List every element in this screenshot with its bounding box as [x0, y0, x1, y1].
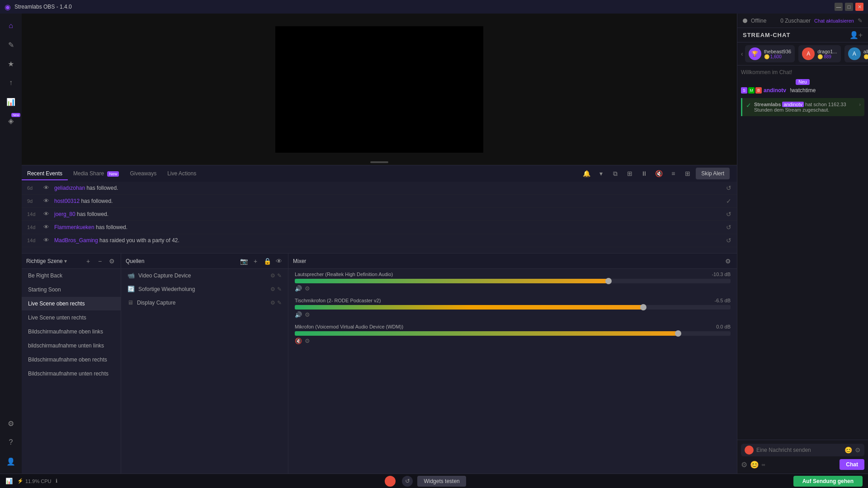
streamlabs-notification: ✓ Streamlabs andinotv hat schon 1162.33 …: [741, 98, 864, 116]
source-settings-btn[interactable]: ⚙: [270, 286, 275, 292]
top-user-info: thebeast936 🪙 1,600: [764, 49, 792, 59]
events-pause[interactable]: ⏸: [638, 167, 651, 180]
mixer-handle[interactable]: [640, 304, 646, 310]
event-username[interactable]: geliadızohan: [54, 185, 85, 191]
event-username[interactable]: Flammenkueken: [54, 224, 94, 230]
scene-item[interactable]: Bildschirmaufnahme oben rechts: [22, 353, 121, 367]
source-edit-btn[interactable]: ✎: [277, 300, 282, 306]
source-item[interactable]: 🔄 Sofortige Wiederholung ⚙ ✎: [121, 282, 288, 296]
sidebar-item-stats[interactable]: 📊: [2, 93, 19, 110]
tab-giveaways[interactable]: Giveaways: [124, 168, 162, 180]
mixer-settings-btn[interactable]: ⚙: [723, 257, 732, 266]
tab-media-share[interactable]: Media Share New: [68, 168, 124, 180]
events-filter-bell[interactable]: 🔔: [580, 167, 593, 180]
chat-badges: S M B: [741, 87, 762, 94]
sidebar-item-settings[interactable]: ⚙: [2, 415, 19, 432]
mixer-settings-icon[interactable]: ⚙: [305, 311, 310, 318]
scene-item[interactable]: Bildschirmaufnahme unten rechts: [22, 367, 121, 381]
events-chevron[interactable]: ▾: [594, 167, 607, 180]
scene-item[interactable]: Live Scene unten rechts: [22, 311, 121, 325]
scene-item[interactable]: Live Scene oben rechts: [22, 297, 121, 311]
event-time: 14d: [27, 211, 40, 217]
sidebar-item-overlays[interactable]: ↑: [2, 74, 19, 91]
info-btn[interactable]: ℹ: [56, 478, 57, 484]
event-time: 9d: [27, 198, 40, 204]
events-grid-view[interactable]: ⊞: [681, 167, 694, 180]
skip-alert-button[interactable]: Skip Alert: [696, 168, 730, 179]
settings-icon[interactable]: ⚙: [855, 446, 861, 454]
main-layout: ⌂ ✎ ★ ↑ 📊 ◈ ⚙ ? 👤 Recent Events Media Sh…: [0, 14, 868, 474]
event-row: 14d 👁 joerg_80 has followed. ↺: [22, 208, 737, 221]
source-item[interactable]: 📹 Video Capture Device ⚙ ✎: [121, 269, 288, 282]
tab-recent-events[interactable]: Recent Events: [22, 168, 68, 180]
scene-item[interactable]: Be Right Back: [22, 269, 121, 283]
scene-item[interactable]: Bildschirmaufnahme oben links: [22, 325, 121, 339]
add-user-button[interactable]: 👤+: [849, 31, 863, 39]
emoji-icon[interactable]: 😊: [844, 446, 852, 454]
chat-title: STREAM-CHAT: [743, 32, 849, 38]
scene-item[interactable]: bildschirmaufnahme unten links: [22, 339, 121, 353]
sidebar-item-user[interactable]: 👤: [2, 453, 19, 470]
mixer-mute-icon[interactable]: 🔇: [295, 338, 302, 344]
chat-send-button[interactable]: Chat: [840, 459, 864, 470]
events-filter[interactable]: ⊞: [623, 167, 636, 180]
sidebar-item-new[interactable]: ◈: [2, 112, 19, 129]
scene-remove-btn[interactable]: −: [95, 257, 104, 266]
source-lock-btn[interactable]: 🔒: [263, 257, 272, 266]
event-username[interactable]: joerg_80: [54, 211, 75, 217]
event-retry[interactable]: ↺: [726, 211, 731, 218]
source-settings-btn[interactable]: ⚙: [270, 300, 275, 306]
event-retry[interactable]: ↺: [726, 224, 731, 231]
chat-update-button[interactable]: Chat aktualisieren: [814, 18, 854, 23]
source-edit-btn[interactable]: ✎: [277, 272, 282, 279]
top-users-prev[interactable]: ‹: [741, 50, 743, 57]
close-button[interactable]: ✕: [855, 3, 863, 11]
source-add-btn[interactable]: +: [251, 257, 260, 266]
source-edit-btn[interactable]: ✎: [277, 286, 282, 292]
scene-item[interactable]: Starting Soon: [22, 283, 121, 297]
mixer-bar-container[interactable]: [295, 305, 731, 310]
sidebar-item-help[interactable]: ?: [2, 434, 19, 451]
chat-message-input[interactable]: [756, 447, 842, 453]
source-webcam-btn[interactable]: 📷: [239, 257, 248, 266]
mixer-settings-icon[interactable]: ⚙: [305, 285, 310, 292]
mixer-bar-container[interactable]: [295, 279, 731, 283]
event-username[interactable]: host00312: [54, 198, 80, 204]
tab-live-actions[interactable]: Live Actions: [162, 168, 202, 180]
chat-emotes-icon[interactable]: 😊: [750, 460, 759, 469]
mixer-handle[interactable]: [675, 330, 681, 337]
sidebar-item-home[interactable]: ⌂: [2, 17, 19, 34]
go-live-button[interactable]: Auf Sendung gehen: [793, 476, 863, 487]
mixer-bar-container[interactable]: [295, 331, 731, 336]
event-check[interactable]: ✓: [726, 197, 731, 205]
scene-add-btn[interactable]: +: [84, 257, 93, 266]
events-mute[interactable]: 🔇: [652, 167, 665, 180]
mixer-volume-icon[interactable]: 🔊: [295, 311, 302, 318]
event-username[interactable]: MadBros_Gaming: [54, 237, 98, 244]
source-settings-btn[interactable]: ⚙: [270, 272, 275, 279]
reset-button[interactable]: ↺: [402, 476, 413, 487]
events-copy[interactable]: ⧉: [609, 167, 622, 180]
event-retry[interactable]: ↺: [726, 237, 731, 244]
dismiss-notification-button[interactable]: ›: [859, 102, 861, 107]
chat-settings-icon[interactable]: ⚙: [741, 460, 747, 469]
mixer-volume-icon[interactable]: 🔊: [295, 285, 302, 292]
chat-username[interactable]: andinotv: [764, 87, 786, 94]
sidebar-item-edit[interactable]: ✎: [2, 36, 19, 53]
events-list-view[interactable]: ≡: [667, 167, 679, 180]
mixer-handle[interactable]: [605, 278, 612, 284]
sidebar-item-themes[interactable]: ★: [2, 55, 19, 72]
mixer-settings-icon[interactable]: ⚙: [305, 338, 310, 344]
maximize-button[interactable]: □: [845, 3, 853, 11]
event-retry[interactable]: ↺: [726, 184, 731, 192]
source-item[interactable]: 🖥 Display Capture ⚙ ✎: [121, 296, 288, 310]
scene-settings-btn[interactable]: ⚙: [107, 257, 116, 266]
source-visible-btn[interactable]: 👁: [274, 257, 283, 266]
follow-icon: 👁: [43, 184, 51, 192]
preview-resize-handle[interactable]: [370, 161, 388, 163]
notification-text: Streamlabs andinotv hat schon 1162.33 St…: [754, 102, 856, 113]
minimize-button[interactable]: —: [835, 3, 843, 11]
edit-icon[interactable]: ✎: [858, 17, 863, 24]
test-widgets-button[interactable]: Widgets testen: [417, 476, 466, 487]
top-user-card: A drago1... 🪙 889: [798, 45, 840, 62]
